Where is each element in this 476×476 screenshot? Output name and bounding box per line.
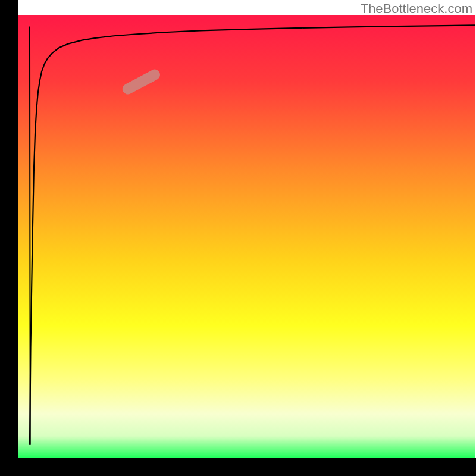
watermark-text: TheBottleneck.com [361,1,472,17]
chart-container: TheBottleneck.com [0,0,476,476]
axis-left [0,0,18,476]
plot-background [18,15,475,458]
axis-bottom [0,458,476,476]
chart-svg [0,0,476,476]
